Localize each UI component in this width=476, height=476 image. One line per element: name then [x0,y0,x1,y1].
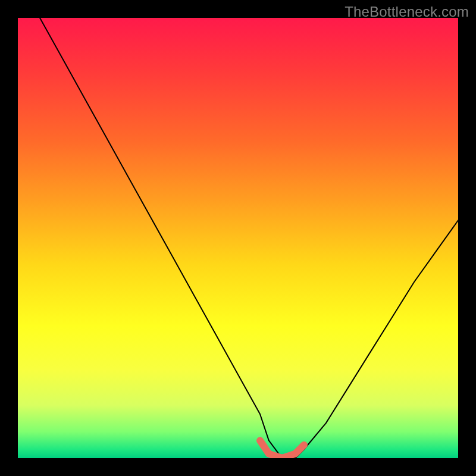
bottleneck-curve [40,18,458,458]
watermark-text: TheBottleneck.com [345,4,469,20]
chart-svg [18,18,458,458]
optimal-zone-marker [260,440,304,458]
plot-area [18,18,458,458]
